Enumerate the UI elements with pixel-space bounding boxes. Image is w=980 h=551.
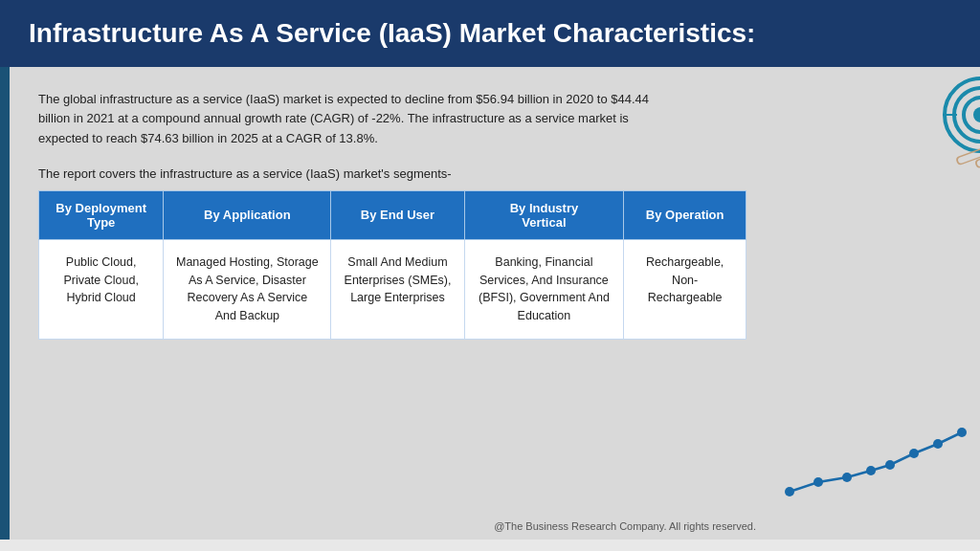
trend-line-chart (780, 425, 971, 501)
table-row: Public Cloud, Private Cloud, Hybrid Clou… (39, 239, 746, 339)
col-header-operation: By Operation (624, 190, 746, 239)
cell-application: Managed Hosting, Storage As A Service, D… (164, 239, 331, 339)
copyright-text: @The Business Research Company. All righ… (494, 520, 756, 532)
header-title: Infrastructure As A Service (IaaS) Marke… (29, 18, 755, 48)
svg-point-15 (957, 428, 967, 437)
svg-point-10 (842, 473, 852, 482)
svg-point-14 (933, 439, 943, 449)
content-area: The global infrastructure as a service (… (10, 67, 775, 540)
table-header-row: By DeploymentType By Application By End … (39, 190, 746, 239)
page-header: Infrastructure As A Service (IaaS) Marke… (0, 0, 980, 67)
cell-deployment: Public Cloud, Private Cloud, Hybrid Clou… (39, 239, 164, 339)
svg-point-9 (813, 477, 823, 487)
col-header-industry: By IndustryVertical (464, 190, 624, 239)
col-header-end-user: By End User (331, 190, 464, 239)
intro-paragraph-1: The global infrastructure as a service (… (38, 90, 651, 149)
svg-point-13 (909, 449, 919, 458)
col-header-deployment: By DeploymentType (39, 190, 164, 239)
market-segments-table: By DeploymentType By Application By End … (38, 190, 746, 340)
svg-point-11 (866, 466, 876, 475)
col-header-application: By Application (164, 190, 331, 239)
svg-point-8 (785, 487, 794, 496)
cell-operation: Rechargeable, Non-Rechargeable (624, 239, 746, 339)
cell-industry: Banking, Financial Services, And Insuran… (464, 239, 624, 339)
cell-end-user: Small And Medium Enterprises (SMEs), Lar… (331, 239, 464, 339)
left-accent-bar (0, 67, 10, 540)
svg-point-12 (885, 460, 895, 470)
main-content: The global infrastructure as a service (… (0, 67, 980, 540)
right-decoration: ☞ (775, 67, 980, 540)
segments-label: The report covers the infrastructure as … (38, 166, 746, 181)
